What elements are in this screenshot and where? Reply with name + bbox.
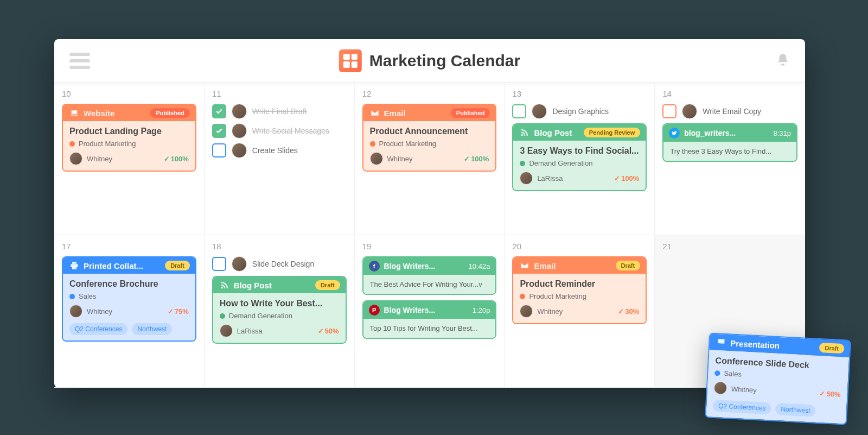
card-progress: ✓100% (614, 174, 639, 182)
tag[interactable]: Northwest (132, 323, 172, 335)
day-cell-14[interactable]: 14 Write Email Copy blog_writers... 8:31… (655, 83, 805, 235)
task-label: Write Final Draft (252, 107, 307, 116)
card-category: Demand Generation (520, 159, 639, 167)
card-blog[interactable]: Blog Post Draft How to Write Your Best..… (212, 276, 347, 344)
checkbox-empty-icon[interactable] (212, 143, 226, 157)
day-cell-20[interactable]: 20 Email Draft Product Reminder Product … (505, 235, 655, 388)
card-title: Product Announcement (370, 127, 489, 136)
checkbox-checked-icon[interactable] (212, 104, 226, 118)
card-owner: Whitney (731, 384, 816, 397)
task-row[interactable]: Write Final Draft (212, 104, 347, 119)
day-cell-13[interactable]: 13 Design Graphics Blog Post Pending Rev… (505, 83, 655, 235)
day-number: 10 (62, 89, 196, 98)
social-card-twitter[interactable]: blog_writers... 8:31p Try these 3 Easy W… (662, 123, 797, 162)
app-window: Marketing Calendar 10 Website Published … (54, 39, 805, 388)
card-category: Product Marketing (370, 140, 489, 148)
task-label: Create Slides (252, 146, 298, 155)
pinterest-icon: P (369, 305, 380, 316)
card-progress: ✓100% (164, 155, 189, 163)
card-owner: Whitney (387, 155, 460, 163)
task-label: Write Email Copy (703, 107, 761, 116)
laptop-icon (69, 108, 79, 118)
card-owner: LaRissa (537, 174, 610, 182)
facebook-icon: f (369, 261, 380, 272)
printer-icon (69, 261, 79, 270)
day-number: 19 (362, 242, 497, 251)
social-time: 1:20p (473, 306, 490, 314)
card-print[interactable]: Printed Collat... Draft Conference Broch… (62, 256, 196, 342)
envelope-icon (520, 261, 529, 270)
day-cell-10[interactable]: 10 Website Published Product Landing Pag… (54, 83, 205, 235)
status-badge: Draft (616, 261, 641, 270)
app-title: Marketing Calendar (369, 52, 520, 70)
card-progress: ✓50% (318, 327, 339, 335)
app-logo-icon (339, 49, 362, 72)
social-time: 10:42a (469, 262, 490, 270)
day-number: 12 (362, 89, 497, 98)
card-title: How to Write Your Best... (220, 299, 339, 308)
checkbox-empty-icon[interactable] (212, 257, 226, 271)
tag[interactable]: Northwest (775, 403, 816, 417)
card-owner: LaRissa (237, 327, 314, 335)
task-row[interactable]: Write Social Messages (212, 123, 347, 138)
checkbox-checked-icon[interactable] (212, 124, 226, 138)
social-card-pinterest[interactable]: P Blog Writers... 1:20p Top 10 Tips for … (362, 300, 497, 339)
avatar (69, 305, 82, 318)
card-category: Demand Generation (220, 312, 339, 320)
task-row[interactable]: Slide Deck Design (212, 256, 347, 272)
dragging-card-presentation[interactable]: Presentation Draft Conference Slide Deck… (705, 332, 851, 425)
day-cell-18[interactable]: 18 Slide Deck Design Blog Post Draft How… (205, 235, 355, 388)
notifications-button[interactable] (776, 53, 790, 69)
social-card-facebook[interactable]: f Blog Writers... 10:42a The Best Advice… (362, 256, 497, 295)
status-badge: Published (150, 108, 190, 118)
card-blog[interactable]: Blog Post Pending Review 3 Easy Ways to … (512, 123, 647, 191)
avatar (232, 123, 247, 138)
card-category: Product Marketing (69, 140, 189, 148)
card-website[interactable]: Website Published Product Landing Page P… (62, 104, 196, 172)
tag[interactable]: Q2 Conferences (713, 400, 771, 415)
day-cell-12[interactable]: 12 Email Published Product Announcement … (355, 83, 505, 235)
avatar (532, 104, 547, 119)
day-number: 11 (212, 89, 347, 98)
social-body: The Best Advice For Writing Your...v (363, 275, 496, 294)
card-progress: ✓75% (168, 307, 189, 316)
task-label: Slide Deck Design (252, 260, 314, 268)
day-number: 20 (512, 242, 647, 251)
card-type: Blog Post (534, 128, 579, 137)
avatar (232, 143, 247, 158)
card-type: Email (384, 109, 446, 118)
task-row[interactable]: Write Email Copy (662, 104, 797, 119)
card-type: Presentation (730, 338, 815, 352)
day-number: 13 (512, 89, 647, 98)
card-progress: ✓30% (618, 307, 639, 316)
day-cell-17[interactable]: 17 Printed Collat... Draft Conference Br… (54, 235, 205, 388)
card-progress: ✓100% (464, 155, 489, 163)
social-body: Top 10 Tips for Writing Your Best... (363, 319, 496, 338)
card-title: Conference Brochure (69, 279, 189, 289)
card-category: Product Marketing (520, 292, 639, 300)
card-email[interactable]: Email Draft Product Reminder Product Mar… (512, 256, 647, 324)
day-cell-11[interactable]: 11 Write Final Draft Write Social Messag… (205, 83, 355, 235)
status-badge: Draft (315, 280, 340, 290)
social-name: blog_writers... (684, 129, 769, 137)
task-row[interactable]: Design Graphics (512, 104, 647, 119)
social-body: Try these 3 Easy Ways to Find... (663, 142, 796, 161)
avatar (370, 152, 383, 165)
rss-icon (220, 280, 229, 290)
app-header: Marketing Calendar (54, 39, 805, 83)
avatar (232, 104, 247, 119)
checkbox-empty-icon[interactable] (662, 104, 676, 118)
day-cell-19[interactable]: 19 f Blog Writers... 10:42a The Best Adv… (355, 235, 505, 388)
avatar (682, 104, 697, 119)
status-badge: Pending Review (584, 128, 640, 137)
checkbox-empty-icon[interactable] (512, 104, 526, 118)
card-type: Blog Post (234, 281, 311, 290)
task-row[interactable]: Create Slides (212, 143, 347, 158)
svg-point-1 (221, 287, 222, 288)
menu-button[interactable] (69, 53, 90, 69)
day-number: 17 (62, 242, 196, 251)
card-email[interactable]: Email Published Product Announcement Pro… (362, 104, 497, 172)
task-label: Write Social Messages (252, 127, 329, 135)
tag[interactable]: Q2 Conferences (69, 323, 127, 335)
status-badge: Published (451, 108, 490, 118)
